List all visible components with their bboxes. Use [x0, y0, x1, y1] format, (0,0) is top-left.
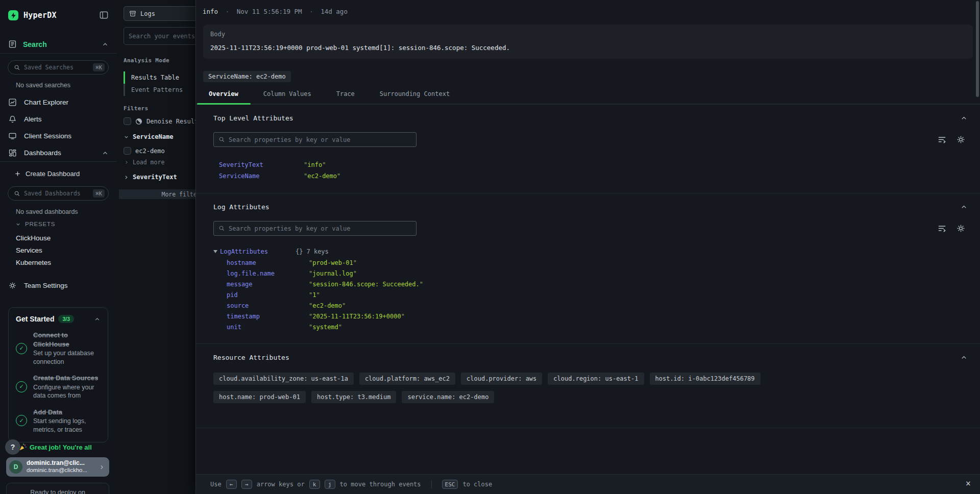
- denoise-filter-row[interactable]: Denoise Results: [124, 117, 195, 125]
- filter-group-servicename[interactable]: ServiceName: [124, 133, 173, 140]
- section-collapse-chevron-icon[interactable]: [960, 203, 968, 211]
- tag-row: ServiceName: ec2-demo: [203, 71, 980, 82]
- nav-label: Chart Explorer: [24, 98, 68, 106]
- search-collapse-chevron-icon[interactable]: [102, 41, 109, 48]
- shortcut-badge: ⌘K: [93, 63, 105, 71]
- gear-icon[interactable]: [956, 135, 966, 144]
- gear-icon[interactable]: [956, 224, 966, 233]
- user-email: dominic.tran@clickho...: [27, 467, 94, 474]
- line-wrap-icon[interactable]: [937, 135, 947, 144]
- tab-column-values[interactable]: Column Values: [263, 86, 311, 104]
- log-attributes-section: Log Attributes LogAttributes {} 7 keys: [196, 193, 980, 344]
- mode-event-patterns[interactable]: Event Patterns: [124, 84, 195, 96]
- search-section-header[interactable]: Search: [8, 40, 109, 48]
- attribute-row[interactable]: unit systemd: [213, 322, 968, 332]
- mode-results-table[interactable]: Results Table: [124, 71, 195, 84]
- attribute-row[interactable]: pid 1: [213, 289, 968, 300]
- tab-overview[interactable]: Overview: [209, 86, 238, 104]
- event-body-card: Body 2025-11-11T23:56:19+0000 prod-web-0…: [203, 24, 973, 59]
- line-wrap-icon[interactable]: [937, 224, 947, 233]
- attribute-row[interactable]: hostname prod-web-01: [213, 257, 968, 268]
- tab-surrounding-context[interactable]: Surrounding Context: [380, 86, 450, 104]
- get-started-collapse-chevron-icon[interactable]: [94, 316, 101, 323]
- dashboards-icon: [8, 149, 17, 157]
- user-menu[interactable]: D dominic.tran@clic... dominic.tran@clic…: [6, 457, 109, 477]
- resource-chip[interactable]: cloud.provider: aws: [461, 373, 542, 385]
- saved-dashboards-field[interactable]: [24, 190, 89, 197]
- source-selector-button[interactable]: Logs: [124, 6, 195, 21]
- deploy-note-card[interactable]: Ready to deploy on: [6, 483, 109, 494]
- denoise-checkbox[interactable]: [124, 117, 131, 125]
- top-level-search-field[interactable]: [229, 136, 411, 143]
- attribute-row[interactable]: SeverityText info: [213, 159, 968, 170]
- resource-chip[interactable]: cloud.platform: aws_ec2: [359, 373, 455, 385]
- attribute-row[interactable]: timestamp 2025-11-11T23:56:19+0000: [213, 311, 968, 322]
- get-started-item-title: Create Data Sources: [33, 374, 101, 383]
- braces-icon: {}: [296, 248, 303, 255]
- preset-item[interactable]: ClickHouse: [16, 232, 51, 244]
- ec2-demo-checkbox[interactable]: [124, 147, 131, 155]
- saved-dashboards-input[interactable]: ⌘K: [8, 186, 109, 201]
- resource-chip[interactable]: host.name: prod-web-01: [213, 391, 306, 403]
- source-label: Logs: [140, 10, 155, 17]
- top-level-attributes-section: Top Level Attributes SeverityText info: [196, 105, 980, 193]
- resource-chip[interactable]: service.name: ec2-demo: [402, 391, 494, 403]
- dashboards-collapse-chevron-icon[interactable]: [102, 150, 109, 157]
- load-more-button[interactable]: Load more: [124, 159, 164, 166]
- log-attributes-tree: LogAttributes {} 7 keys hostname prod-we…: [213, 246, 968, 332]
- create-dashboard-button[interactable]: Create Dashboard: [14, 170, 80, 178]
- help-button[interactable]: ?: [5, 439, 20, 455]
- resource-chip[interactable]: cloud.region: us-east-1: [548, 373, 644, 385]
- get-started-item[interactable]: ✓ Connect to ClickHouse Set up your data…: [16, 331, 101, 366]
- attribute-value: info: [304, 161, 326, 168]
- section-collapse-chevron-icon[interactable]: [960, 114, 968, 122]
- saved-searches-field[interactable]: [24, 64, 89, 71]
- resource-chip[interactable]: cloud.availability_zone: us-east-1a: [213, 373, 354, 385]
- attribute-key: log.file.name: [227, 270, 309, 277]
- preset-item[interactable]: Kubernetes: [16, 256, 51, 268]
- event-search-box[interactable]: [124, 27, 195, 45]
- attribute-row[interactable]: message session-846.scope: Succeeded.: [213, 279, 968, 289]
- chevron-down-icon: [124, 134, 129, 140]
- tab-trace[interactable]: Trace: [336, 86, 355, 104]
- sidebar-item-client-sessions[interactable]: Client Sessions: [8, 132, 109, 140]
- attribute-key: pid: [227, 291, 309, 299]
- chart-icon: [8, 98, 17, 107]
- sidebar-item-team-settings[interactable]: Team Settings: [8, 281, 109, 290]
- search-icon: [218, 136, 225, 143]
- sidebar-item-dashboards[interactable]: Dashboards: [8, 149, 109, 157]
- log-attributes-root-row[interactable]: LogAttributes {} 7 keys: [213, 246, 968, 257]
- filter-group-severitytext[interactable]: SeverityText: [124, 174, 177, 181]
- attribute-row[interactable]: log.file.name journal.log: [213, 268, 968, 279]
- tree-expand-icon[interactable]: [213, 250, 217, 253]
- brand[interactable]: HyperDX: [8, 10, 57, 20]
- attribute-row[interactable]: source ec2-demo: [213, 300, 968, 311]
- attribute-row[interactable]: ServiceName ec2-demo: [213, 170, 968, 182]
- get-started-item[interactable]: ✓ Add Data Start sending logs, metrics, …: [16, 408, 101, 434]
- scrollbar-thumb[interactable]: [976, 1, 979, 97]
- filter-option-ec2-demo[interactable]: ec2-demo: [124, 147, 195, 155]
- log-attributes-search-box[interactable]: [213, 221, 416, 236]
- attribute-value: 1: [309, 291, 320, 299]
- event-search-field[interactable]: [129, 33, 195, 40]
- presets-toggle[interactable]: PRESETS: [15, 221, 55, 227]
- sidebar-collapse-icon[interactable]: [99, 10, 109, 20]
- top-level-search-box[interactable]: [213, 132, 416, 147]
- section-collapse-chevron-icon[interactable]: [960, 354, 968, 361]
- bell-icon: [8, 115, 17, 124]
- log-attributes-search-field[interactable]: [229, 225, 411, 232]
- service-tag-chip[interactable]: ServiceName: ec2-demo: [203, 71, 291, 82]
- sidebar-item-chart-explorer[interactable]: Chart Explorer: [8, 98, 109, 107]
- resource-chip[interactable]: host.id: i-0abc123def456789: [650, 373, 761, 385]
- get-started-item-desc: Configure where your data comes from: [33, 383, 101, 400]
- more-filters-button[interactable]: More filters: [119, 189, 195, 199]
- close-icon[interactable]: ×: [966, 479, 971, 488]
- resource-chip[interactable]: host.type: t3.medium: [311, 391, 397, 403]
- section-title: Top Level Attributes: [213, 114, 293, 122]
- attribute-value: ec2-demo: [304, 172, 340, 180]
- preset-item[interactable]: Services: [16, 244, 51, 256]
- get-started-item[interactable]: ✓ Create Data Sources Configure where yo…: [16, 374, 101, 400]
- attribute-key: hostname: [227, 259, 309, 266]
- saved-searches-input[interactable]: ⌘K: [8, 60, 109, 75]
- sidebar-item-alerts[interactable]: Alerts: [8, 115, 109, 124]
